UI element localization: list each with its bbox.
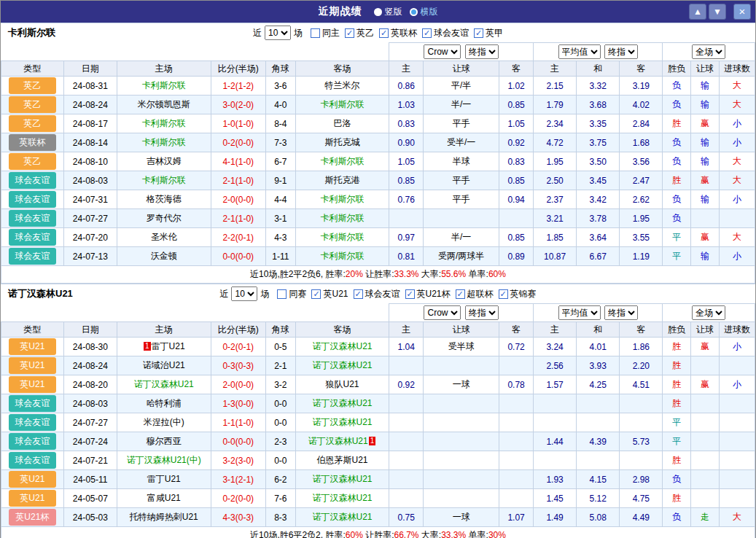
crow-home-odds — [389, 451, 424, 470]
result-handicap: 赢 — [691, 228, 720, 247]
match-count-select[interactable]: 10 — [265, 26, 291, 40]
match-row: 英联杯24-08-14卡利斯尔联0-2(0-0)7-3斯托克城0.90受半/一0… — [1, 133, 755, 152]
filter-checkbox[interactable]: ✓英甲 — [474, 27, 503, 39]
radio-vertical-layout[interactable]: 竖版 — [374, 6, 402, 18]
result-goals — [719, 451, 755, 470]
col-type: 类型 — [1, 61, 64, 77]
filter-checkbox[interactable]: ✓英U21 — [311, 288, 348, 300]
filter-checkbox[interactable]: ✓英乙 — [345, 27, 374, 39]
home-team: 吉林汉姆 — [117, 152, 211, 171]
filter-checkbox[interactable]: ✓球会友谊 — [422, 27, 469, 39]
match-score: 2-0(0-0) — [211, 375, 265, 394]
red-card-mark: 1 — [144, 342, 151, 351]
result-outcome: 胜 — [663, 451, 691, 470]
result-goals: 小 — [719, 133, 755, 152]
col-away: 客场 — [295, 61, 389, 77]
competition-badge: 英联杯 — [9, 134, 56, 151]
col-corner: 角球 — [265, 322, 295, 338]
away-team: 卡利斯尔联 — [295, 95, 389, 114]
crow-away-odds: 0.92 — [499, 133, 534, 152]
result-handicap — [691, 470, 720, 489]
crow-home-odds: 1.05 — [389, 152, 424, 171]
summary-rate-value: 30% — [488, 530, 506, 538]
crow-away-odds: 0.85 — [499, 228, 534, 247]
home-team: 穆尔西亚 — [117, 432, 211, 451]
odds-company-select[interactable]: Crow — [424, 44, 461, 59]
corner-score: 4-3 — [265, 228, 295, 247]
filter-checkbox[interactable]: ✓超联杯 — [456, 288, 494, 300]
result-goals: 小 — [719, 190, 755, 209]
avg-away-odds: 2.47 — [620, 171, 663, 190]
odds-stage-select[interactable]: 终指 — [465, 44, 499, 59]
away-team: 卡利斯尔联 — [295, 228, 389, 247]
filter-checkbox-label: 同赛 — [289, 288, 306, 300]
away-team-name: 卡利斯尔联 — [320, 99, 364, 109]
move-down-button[interactable]: ▼ — [709, 4, 726, 20]
away-team-name: 诺丁汉森林U21 — [312, 493, 372, 503]
away-team-name: 伯恩茅斯U21 — [316, 455, 367, 465]
result-outcome: 负 — [663, 133, 691, 152]
col-away: 客场 — [295, 322, 389, 338]
header-blank — [1, 43, 389, 61]
fulltime-select[interactable]: 全场 — [692, 44, 725, 59]
crow-away-odds: 1.02 — [499, 77, 534, 95]
crow-handicap — [424, 489, 499, 508]
home-team-name: 米尔顿凯恩斯 — [138, 99, 190, 109]
avg-odds-select[interactable]: 平均值 — [558, 44, 601, 59]
result-outcome: 胜 — [663, 394, 691, 413]
match-row: 球会友谊24-08-03哈特利浦1-3(0-0)0-0诺丁汉森林U21胜 — [1, 394, 755, 413]
radio-horizontal-label: 横版 — [421, 6, 438, 18]
corner-score: 4-0 — [265, 95, 295, 114]
unit-label: 场 — [260, 288, 269, 300]
col-avg-draw: 和 — [577, 322, 620, 338]
close-button[interactable]: × — [733, 4, 751, 20]
radio-dot-icon — [410, 8, 418, 16]
corner-score: 0-5 — [265, 338, 295, 356]
away-team-name: 斯托克港 — [324, 175, 359, 185]
filter-checkbox[interactable]: ✓球会友谊 — [354, 288, 400, 300]
checkbox-checked-icon: ✓ — [311, 289, 321, 299]
avg-away-odds: 2.98 — [620, 470, 663, 489]
move-up-button[interactable]: ▲ — [689, 4, 706, 20]
filter-checkbox[interactable]: ✓英锦赛 — [499, 288, 537, 300]
radio-horizontal-layout[interactable]: 横版 — [410, 6, 438, 18]
avg-draw-odds: 3.42 — [577, 190, 620, 209]
filter-bar: 近 10 场 同主✓英乙✓英联杯✓球会友谊✓英甲 — [253, 26, 503, 40]
crow-home-odds — [389, 489, 424, 508]
match-score: 4-3(0-3) — [211, 508, 265, 527]
result-outcome: 平 — [663, 432, 691, 451]
result-goals: 小 — [719, 338, 755, 356]
match-count-select[interactable]: 10 — [231, 286, 257, 301]
match-row: 英U2124-05-11雷丁U213-1(2-1)6-2诺丁汉森林U211.93… — [1, 470, 755, 489]
avg-stage-select[interactable]: 终指 — [604, 305, 638, 320]
summary-rate-value: 55.6% — [441, 269, 466, 279]
avg-odds-select[interactable]: 平均值 — [558, 305, 601, 320]
home-team: 卡利斯尔联 — [117, 171, 211, 190]
odds-stage-select[interactable]: 终指 — [465, 305, 499, 320]
away-team-name: 诺丁汉森林U21 — [312, 512, 372, 522]
crow-away-odds: 0.85 — [499, 171, 534, 190]
result-goals: 大 — [719, 152, 755, 171]
match-date: 24-05-07 — [63, 489, 117, 508]
filter-checkbox[interactable]: 同赛 — [277, 288, 306, 300]
home-team: 富咸U21 — [117, 489, 211, 508]
odds-company-group: Crow 终指 — [389, 304, 534, 322]
match-type-cell: 球会友谊 — [1, 228, 64, 247]
match-row: 球会友谊24-07-27罗奇代尔2-1(1-0)3-1卡利斯尔联3.213.78… — [1, 209, 755, 228]
home-team-name: 沃金顿 — [151, 251, 177, 261]
fulltime-select[interactable]: 全场 — [692, 305, 725, 320]
avg-home-odds: 3.21 — [534, 209, 577, 228]
avg-draw-odds — [577, 451, 620, 470]
filter-checkbox[interactable]: ✓英U21杯 — [405, 288, 451, 300]
filter-checkbox[interactable]: 同主 — [311, 27, 340, 39]
competition-badge: 英乙 — [9, 77, 56, 94]
home-team-name: 卡利斯尔联 — [142, 118, 186, 128]
filter-checkbox[interactable]: ✓英联杯 — [379, 27, 417, 39]
crow-handicap: 平手 — [424, 171, 499, 190]
col-crow-home: 主 — [389, 322, 424, 338]
avg-stage-select[interactable]: 终指 — [604, 44, 638, 59]
result-goals — [719, 470, 755, 489]
odds-company-select[interactable]: Crow — [424, 305, 461, 320]
match-type-cell: 球会友谊 — [1, 413, 64, 432]
avg-home-odds: 1.49 — [534, 508, 577, 527]
